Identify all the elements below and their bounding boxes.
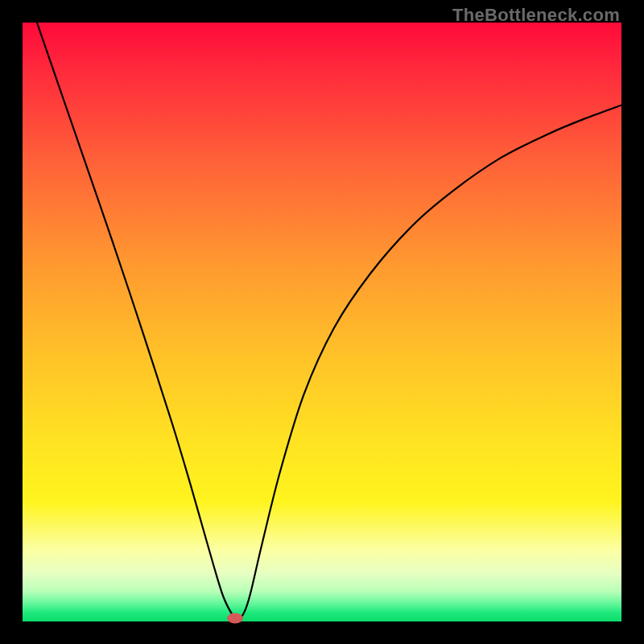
minimum-marker (227, 613, 243, 623)
curve-svg (23, 23, 621, 621)
bottleneck-curve-path (23, 23, 621, 619)
chart-plot-area (23, 23, 621, 621)
